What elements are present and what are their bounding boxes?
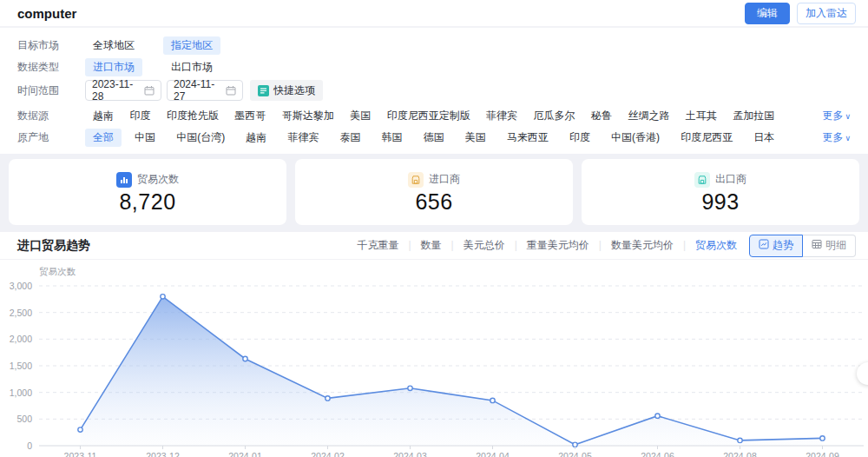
- detail-view-button[interactable]: 明细: [803, 235, 856, 257]
- filter-row-target-market: 目标市场 全球地区指定地区: [17, 36, 851, 55]
- svg-text:1,500: 1,500: [10, 361, 32, 371]
- filter-row-data-source: 数据源 越南印度印度抢先版墨西哥哥斯达黎加美国印度尼西亚定制版菲律宾厄瓜多尔秘鲁…: [17, 106, 851, 125]
- card-value: 8,720: [119, 189, 175, 215]
- svg-text:3,000: 3,000: [10, 281, 32, 291]
- trend-view-button[interactable]: 趋势: [749, 235, 803, 257]
- svg-text:2023-12: 2023-12: [146, 451, 180, 457]
- data-source-options: 越南印度印度抢先版墨西哥哥斯达黎加美国印度尼西亚定制版菲律宾厄瓜多尔秘鲁丝绸之路…: [85, 107, 822, 125]
- svg-text:2024-01: 2024-01: [228, 451, 262, 457]
- line-chart-icon: [759, 239, 769, 252]
- detail-view-label: 明细: [825, 238, 846, 253]
- target-market-options: 全球地区指定地区: [85, 36, 220, 55]
- card-header: 出口商: [694, 172, 746, 188]
- card-label: 贸易次数: [137, 172, 179, 187]
- data-source-option[interactable]: 丝绸之路: [620, 107, 677, 125]
- svg-text:1,000: 1,000: [10, 387, 32, 398]
- exporter-store-icon: [694, 172, 710, 188]
- table-icon: [812, 239, 822, 252]
- svg-text:2024-06: 2024-06: [641, 451, 674, 457]
- data-source-option[interactable]: 土耳其: [678, 107, 725, 125]
- metric-option[interactable]: 重量美元均价: [505, 238, 589, 253]
- svg-text:2023-11: 2023-11: [64, 451, 97, 457]
- origin-option[interactable]: 中国: [127, 129, 163, 147]
- svg-text:2,500: 2,500: [10, 308, 32, 318]
- origin-option[interactable]: 印度: [562, 129, 598, 147]
- origin-option[interactable]: 日本: [746, 129, 782, 147]
- filter-row-time-range: 时间范围 2023-11-28 2024-11-27 快捷选项: [17, 79, 851, 102]
- metric-option[interactable]: 数量美元均价: [589, 238, 674, 253]
- origin-option[interactable]: 马来西亚: [499, 129, 556, 147]
- data-source-option[interactable]: 秘鲁: [583, 107, 620, 125]
- origin-option[interactable]: 中国(香港): [603, 129, 667, 147]
- start-date-input[interactable]: 2023-11-28: [85, 80, 161, 101]
- chevron-down-icon: ∨: [845, 134, 851, 142]
- filter-label: 原产地: [17, 130, 66, 145]
- calendar-icon: [144, 85, 155, 96]
- trend-panel: 进口贸易趋势 千克重量数量美元总价重量美元均价数量美元均价贸易次数 趋势 明细: [0, 232, 868, 457]
- card-header: 贸易次数: [116, 172, 179, 188]
- metric-option[interactable]: 贸易次数: [674, 238, 737, 253]
- svg-text:2024-04: 2024-04: [476, 451, 510, 457]
- svg-text:2024-08: 2024-08: [723, 451, 757, 457]
- metric-option[interactable]: 数量: [398, 238, 441, 253]
- data-type-options: 进口市场出口市场: [85, 58, 220, 76]
- metric-options: 千克重量数量美元总价重量美元均价数量美元均价贸易次数: [357, 238, 737, 253]
- filter-panel: 目标市场 全球地区指定地区 数据类型 进口市场出口市场 时间范围 2023-11…: [0, 28, 868, 154]
- data-source-more-link[interactable]: 更多∨: [822, 109, 851, 123]
- end-date-input[interactable]: 2024-11-27: [167, 80, 243, 101]
- origin-options: 全部中国中国(台湾)越南菲律宾泰国韩国德国美国马来西亚印度中国(香港)印度尼西亚…: [85, 129, 822, 147]
- card-header: 进口商: [408, 172, 460, 188]
- origin-option[interactable]: 印度尼西亚: [673, 129, 740, 147]
- data-source-option[interactable]: 印度抢先版: [159, 107, 227, 125]
- trend-header: 进口贸易趋势 千克重量数量美元总价重量美元均价数量美元均价贸易次数 趋势 明细: [0, 232, 868, 260]
- filter-label: 数据类型: [17, 60, 66, 75]
- data-source-option[interactable]: 孟加拉国: [725, 107, 782, 125]
- target-market-option[interactable]: 指定地区: [163, 36, 220, 55]
- metric-option[interactable]: 千克重量: [357, 238, 398, 253]
- calendar-icon: [226, 85, 236, 96]
- data-source-option[interactable]: 菲律宾: [478, 107, 525, 125]
- stat-card-exporters: 出口商 993: [582, 159, 859, 225]
- filter-label: 数据源: [17, 109, 66, 123]
- y-axis-title: 贸易次数: [39, 266, 76, 276]
- svg-text:0: 0: [27, 440, 32, 451]
- data-source-option[interactable]: 哥斯达黎加: [274, 107, 342, 125]
- filter-label: 目标市场: [17, 38, 66, 53]
- join-radar-button[interactable]: 加入雷达: [797, 3, 856, 24]
- origin-option[interactable]: 菲律宾: [279, 129, 326, 147]
- filter-row-data-type: 数据类型 进口市场出口市场: [17, 57, 851, 76]
- data-source-option[interactable]: 厄瓜多尔: [526, 107, 583, 125]
- bar-chart-icon: [116, 172, 132, 188]
- end-date-value: 2024-11-27: [174, 78, 226, 103]
- origin-option[interactable]: 韩国: [374, 129, 411, 147]
- trade-dashboard: computer 编辑 加入雷达 目标市场 全球地区指定地区 数据类型 进口市场…: [0, 0, 868, 457]
- metric-option[interactable]: 美元总价: [442, 238, 505, 253]
- edit-button[interactable]: 编辑: [745, 3, 790, 24]
- card-label: 进口商: [429, 172, 460, 187]
- trend-title: 进口贸易趋势: [17, 238, 90, 254]
- data-source-option[interactable]: 印度尼西亚定制版: [379, 107, 478, 125]
- quick-options-label: 快捷选项: [273, 83, 315, 98]
- data-source-option[interactable]: 越南: [85, 107, 122, 125]
- origin-more-link[interactable]: 更多∨: [822, 130, 851, 145]
- data-source-option[interactable]: 墨西哥: [227, 107, 273, 125]
- origin-option[interactable]: 中国(台湾): [168, 129, 233, 147]
- origin-option[interactable]: 泰国: [332, 129, 368, 147]
- origin-option[interactable]: 美国: [457, 129, 494, 147]
- filter-label: 时间范围: [17, 83, 66, 98]
- quick-options-icon: [258, 85, 269, 96]
- quick-options-button[interactable]: 快捷选项: [250, 80, 323, 101]
- data-source-option[interactable]: 印度: [122, 107, 158, 125]
- stat-card-trade-count: 贸易次数 8,720: [9, 159, 286, 225]
- start-date-value: 2023-11-28: [92, 78, 144, 103]
- page-title: computer: [17, 6, 76, 21]
- trend-view-label: 趋势: [773, 238, 793, 253]
- data-type-option[interactable]: 进口市场: [85, 58, 142, 76]
- data-type-option[interactable]: 出口市场: [163, 58, 220, 76]
- data-source-option[interactable]: 美国: [342, 107, 378, 125]
- origin-option[interactable]: 德国: [416, 129, 452, 147]
- origin-option[interactable]: 越南: [238, 129, 274, 147]
- target-market-option[interactable]: 全球地区: [85, 36, 142, 55]
- stat-cards: 贸易次数 8,720 进口商 656 出口商 993: [0, 154, 868, 225]
- origin-option[interactable]: 全部: [85, 129, 122, 147]
